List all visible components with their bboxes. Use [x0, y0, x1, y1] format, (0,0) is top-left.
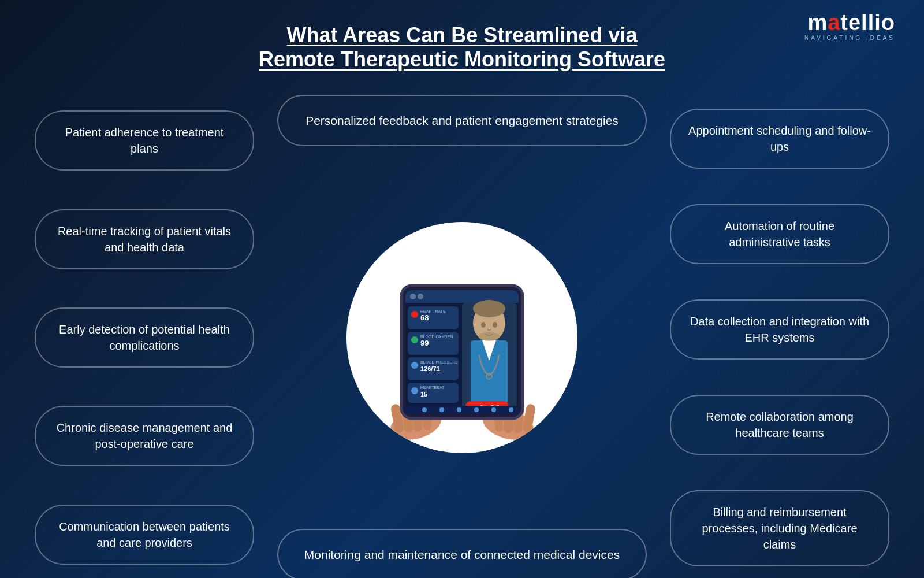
svg-point-39 [481, 322, 486, 328]
svg-point-25 [411, 362, 418, 369]
pill-billing: Billing and reimbursement processes, inc… [670, 490, 889, 566]
svg-point-50 [509, 407, 513, 412]
svg-point-21 [411, 336, 418, 343]
svg-text:HEARTBEAT: HEARTBEAT [420, 386, 445, 390]
logo: matellio NAVIGATING IDEAS [804, 12, 895, 41]
tablet-doctor-illustration: HEART RATE 68 BLOOD OXYGEN 99 BLOOD PRES… [358, 234, 566, 442]
svg-text:126/71: 126/71 [420, 365, 440, 372]
svg-point-41 [479, 332, 500, 341]
pill-patient-adherence: Patient adherence to treatment plans [35, 110, 254, 171]
center-top-pill-wrapper: Personalized feedback and patient engage… [277, 95, 647, 146]
svg-text:BLOOD PRESSURE: BLOOD PRESSURE [420, 360, 458, 364]
pill-realtime-tracking: Real-time tracking of patient vitals and… [35, 209, 254, 269]
logo-subtitle: NAVIGATING IDEAS [804, 35, 895, 41]
pill-appointment-scheduling: Appointment scheduling and follow-ups [670, 109, 889, 169]
header: What Areas Can Be Streamlined via Remote… [35, 17, 889, 72]
svg-text:HEART RATE: HEART RATE [420, 309, 446, 313]
pill-remote-collaboration: Remote collaboration among healthcare te… [670, 395, 889, 455]
page-container: matellio NAVIGATING IDEAS What Areas Can… [0, 0, 924, 578]
svg-text:68: 68 [420, 313, 429, 322]
pill-early-detection: Early detection of potential health comp… [35, 307, 254, 368]
pill-data-collection: Data collection and integration with EHR… [670, 299, 889, 360]
pill-personalized-feedback: Personalized feedback and patient engage… [277, 95, 647, 146]
center-bottom-pill-wrapper: Monitoring and maintenance of connected … [277, 529, 647, 578]
pill-chronic-disease: Chronic disease management and post-oper… [35, 406, 254, 466]
pill-monitoring-devices: Monitoring and maintenance of connected … [277, 529, 647, 578]
header-line1: What Areas Can Be Streamlined via [35, 23, 889, 47]
svg-point-46 [439, 407, 444, 412]
svg-point-47 [457, 407, 461, 412]
svg-point-15 [418, 294, 423, 299]
svg-text:15: 15 [420, 391, 427, 398]
svg-point-17 [411, 311, 418, 318]
svg-point-49 [491, 407, 496, 412]
svg-point-14 [410, 294, 416, 299]
svg-point-40 [493, 322, 497, 328]
svg-point-48 [474, 407, 479, 412]
pill-communication: Communication between patients and care … [35, 505, 254, 565]
main-grid: Patient adherence to treatment plans Rea… [35, 89, 889, 578]
svg-point-45 [422, 407, 427, 412]
left-column: Patient adherence to treatment plans Rea… [35, 89, 266, 578]
right-column: Appointment scheduling and follow-ups Au… [658, 89, 889, 578]
pill-automation-tasks: Automation of routine administrative tas… [670, 204, 889, 264]
svg-point-29 [411, 387, 418, 394]
center-column: Personalized feedback and patient engage… [266, 89, 658, 578]
logo-text: matellio [807, 12, 895, 34]
header-line2: Remote Therapeutic Monitoring Software [35, 47, 889, 72]
svg-text:99: 99 [420, 339, 429, 347]
svg-point-34 [473, 300, 505, 317]
svg-text:BLOOD OXYGEN: BLOOD OXYGEN [420, 335, 453, 339]
center-circle: HEART RATE 68 BLOOD OXYGEN 99 BLOOD PRES… [346, 222, 578, 453]
center-image-wrapper: HEART RATE 68 BLOOD OXYGEN 99 BLOOD PRES… [346, 158, 578, 517]
